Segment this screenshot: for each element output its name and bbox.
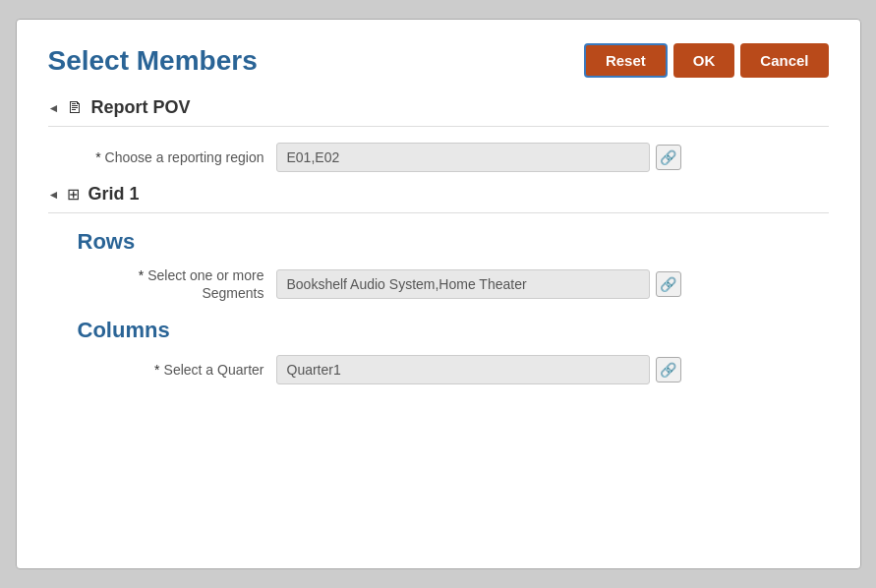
report-pov-collapse-arrow[interactable]: ◄ bbox=[48, 101, 60, 115]
segments-row: *Select one or moreSegments Bookshelf Au… bbox=[88, 266, 829, 302]
grid1-section: ◄ ⊞ Grid 1 Rows *Select one or moreSegme… bbox=[48, 184, 829, 384]
reporting-region-required: * bbox=[95, 149, 100, 165]
reporting-region-selector-button[interactable]: 🔗 bbox=[656, 145, 681, 170]
reporting-region-input-wrapper: E01,E02 🔗 bbox=[276, 143, 829, 172]
report-pov-title: Report POV bbox=[90, 97, 190, 118]
quarter-input-wrapper: Quarter1 🔗 bbox=[276, 355, 829, 384]
header-buttons: Reset OK Cancel bbox=[584, 43, 829, 78]
grid1-collapse-arrow[interactable]: ◄ bbox=[48, 188, 60, 202]
segments-label: *Select one or moreSegments bbox=[88, 266, 264, 302]
grid1-title: Grid 1 bbox=[88, 184, 139, 205]
reporting-region-input[interactable]: E01,E02 bbox=[276, 143, 650, 172]
ok-button[interactable]: OK bbox=[673, 43, 735, 78]
reporting-region-label: *Choose a reporting region bbox=[88, 149, 264, 165]
reporting-region-selector-icon: 🔗 bbox=[660, 149, 676, 165]
columns-section-title: Columns bbox=[78, 318, 829, 343]
segments-required: * bbox=[139, 267, 144, 283]
grid1-header[interactable]: ◄ ⊞ Grid 1 bbox=[48, 184, 829, 205]
report-pov-icon: 🖹 bbox=[67, 99, 83, 117]
cancel-button[interactable]: Cancel bbox=[740, 43, 828, 78]
segments-selector-button[interactable]: 🔗 bbox=[656, 271, 681, 297]
rows-section-title: Rows bbox=[78, 229, 829, 255]
reset-button[interactable]: Reset bbox=[584, 43, 668, 78]
grid1-icon: ⊞ bbox=[67, 185, 80, 204]
segments-input[interactable]: Bookshelf Audio System,Home Theater bbox=[276, 269, 650, 299]
dialog-title: Select Members bbox=[48, 45, 258, 77]
select-members-dialog: Select Members Reset OK Cancel ◄ 🖹 Repor… bbox=[16, 19, 861, 569]
report-pov-divider bbox=[48, 126, 829, 127]
quarter-row: *Select a Quarter Quarter1 🔗 bbox=[88, 355, 829, 384]
segments-selector-icon: 🔗 bbox=[660, 276, 676, 292]
reporting-region-row: *Choose a reporting region E01,E02 🔗 bbox=[88, 143, 829, 172]
report-pov-section: ◄ 🖹 Report POV *Choose a reporting regio… bbox=[48, 97, 829, 172]
dialog-header: Select Members Reset OK Cancel bbox=[48, 43, 829, 78]
report-pov-header[interactable]: ◄ 🖹 Report POV bbox=[48, 97, 829, 118]
segments-input-wrapper: Bookshelf Audio System,Home Theater 🔗 bbox=[276, 269, 829, 299]
quarter-input[interactable]: Quarter1 bbox=[276, 355, 650, 384]
quarter-selector-icon: 🔗 bbox=[660, 362, 676, 378]
grid1-divider bbox=[48, 212, 829, 213]
quarter-selector-button[interactable]: 🔗 bbox=[656, 357, 681, 382]
quarter-label: *Select a Quarter bbox=[88, 362, 264, 378]
quarter-required: * bbox=[154, 362, 159, 378]
